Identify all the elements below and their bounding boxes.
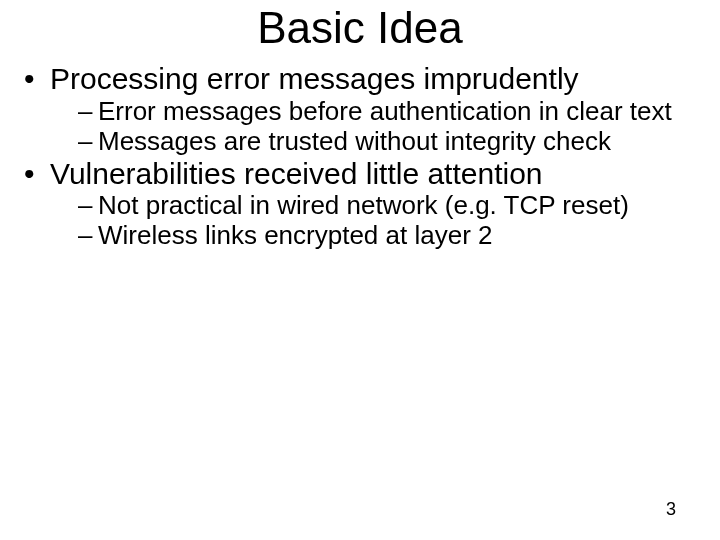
slide-title: Basic Idea bbox=[0, 0, 720, 52]
list-item: Wireless links encrypted at layer 2 bbox=[78, 221, 696, 251]
list-item: Not practical in wired network (e.g. TCP… bbox=[78, 191, 696, 221]
sub-bullet-text: Not practical in wired network (e.g. TCP… bbox=[98, 190, 629, 220]
sub-bullet-list: Not practical in wired network (e.g. TCP… bbox=[50, 191, 696, 251]
sub-bullet-text: Wireless links encrypted at layer 2 bbox=[98, 220, 492, 250]
list-item: Vulnerabilities received little attentio… bbox=[24, 157, 696, 251]
list-item: Processing error messages imprudently Er… bbox=[24, 62, 696, 156]
bullet-text: Processing error messages imprudently bbox=[50, 62, 579, 95]
list-item: Messages are trusted without integrity c… bbox=[78, 127, 696, 157]
bullet-list: Processing error messages imprudently Er… bbox=[24, 62, 696, 251]
list-item: Error messages before authentication in … bbox=[78, 97, 696, 127]
page-number: 3 bbox=[666, 499, 676, 520]
slide-content: Processing error messages imprudently Er… bbox=[0, 62, 720, 251]
sub-bullet-text: Error messages before authentication in … bbox=[98, 96, 672, 126]
sub-bullet-list: Error messages before authentication in … bbox=[50, 97, 696, 157]
sub-bullet-text: Messages are trusted without integrity c… bbox=[98, 126, 611, 156]
bullet-text: Vulnerabilities received little attentio… bbox=[50, 157, 543, 190]
slide: Basic Idea Processing error messages imp… bbox=[0, 0, 720, 540]
